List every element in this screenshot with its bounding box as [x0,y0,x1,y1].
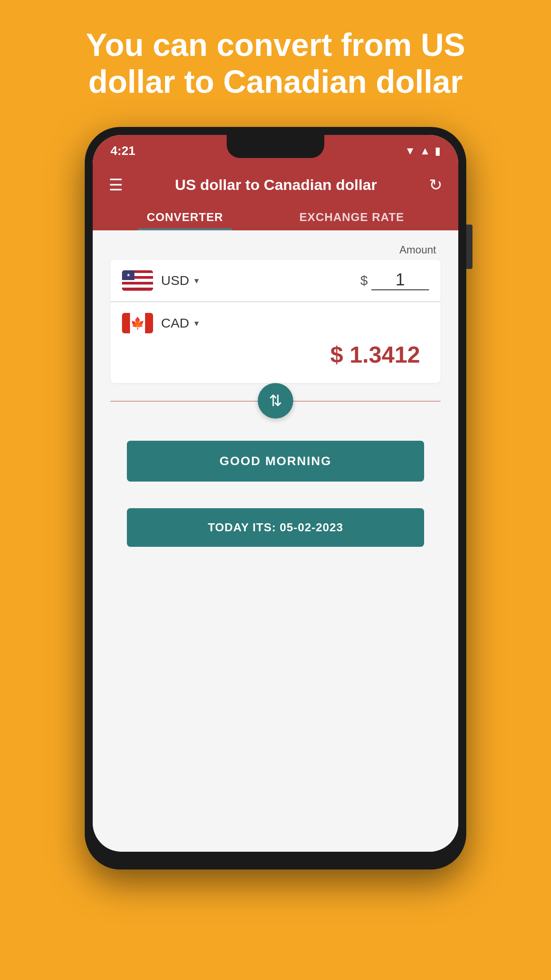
status-icons: ▼ ▲ ▮ [405,145,441,157]
from-symbol: $ [360,273,368,288]
to-currency-block: 🍁 CAD ▾ $ 1.3412 [110,302,441,383]
cad-flag: 🍁 [122,313,153,333]
from-currency-code: USD [161,273,189,288]
swap-button[interactable]: ⇅ [258,383,293,419]
app-title: US dollar to Canadian dollar [175,176,377,194]
to-currency-dropdown[interactable]: ▾ [194,318,199,328]
battery-icon: ▮ [435,145,441,157]
to-currency-code: CAD [161,316,189,331]
from-currency-block: USD ▾ $ [110,260,441,301]
app-bar: ☰ US dollar to Canadian dollar ↻ CONVERT… [93,167,458,230]
swap-arrows-icon: ⇅ [269,391,282,410]
tab-converter[interactable]: CONVERTER [138,205,232,230]
amount-label: Amount [110,244,441,256]
power-button [466,225,472,269]
tab-exchange-rate[interactable]: EXCHANGE RATE [291,205,413,230]
amount-input[interactable] [371,270,429,290]
main-content: Amount [93,230,458,852]
tab-bar: CONVERTER EXCHANGE RATE [109,205,442,230]
from-currency-dropdown[interactable]: ▾ [194,275,199,286]
headline-text: You can convert from US dollar to Canadi… [51,0,501,118]
status-bar: 4:21 ▼ ▲ ▮ [93,135,458,167]
menu-icon[interactable]: ☰ [109,176,123,194]
notch [227,135,324,158]
swap-container: ⇅ [110,383,441,419]
date-button[interactable]: TODAY ITS: 05-02-2023 [127,508,424,547]
status-time: 4:21 [110,144,135,158]
signal-icon: ▲ [420,145,430,157]
result-value: $ 1.3412 [122,337,429,372]
greeting-button[interactable]: GOOD MORNING [127,441,424,482]
phone-mockup: 4:21 ▼ ▲ ▮ ☰ US dollar to Canadian dolla… [85,127,466,869]
usd-flag [122,270,153,291]
refresh-icon[interactable]: ↻ [429,176,442,194]
wifi-icon: ▼ [405,145,415,157]
